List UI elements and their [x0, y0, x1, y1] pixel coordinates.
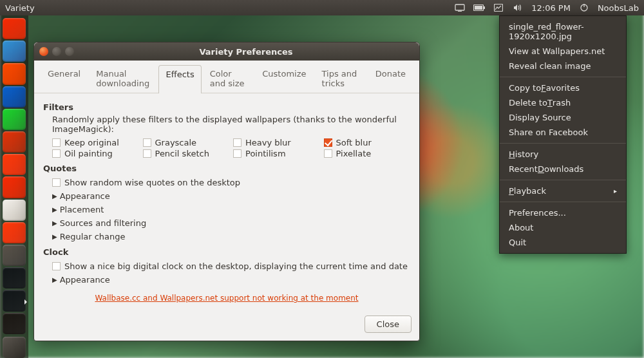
launcher-amazon[interactable] — [3, 200, 26, 221]
filter-grayscale[interactable]: Grayscale — [143, 138, 230, 147]
menu-reveal-clean-image[interactable]: Reveal clean image — [500, 59, 626, 73]
tab-color-and-size[interactable]: Color and size — [203, 64, 254, 93]
launcher-variety[interactable] — [3, 290, 26, 311]
filter-soft-blur[interactable]: Soft blur — [324, 138, 411, 147]
clock-checkbox-label: Show a nice big digital clock on the des… — [64, 261, 408, 271]
tab-tips-and-tricks[interactable]: Tips and tricks — [315, 64, 367, 93]
launcher-workspace[interactable] — [3, 313, 26, 334]
menu-playback[interactable]: Playback — [500, 184, 626, 198]
app-menu-title[interactable]: Variety — [5, 3, 35, 13]
username[interactable]: NoobsLab — [598, 3, 639, 13]
filter-heavy-blur[interactable]: Heavy blur — [233, 138, 320, 147]
filters-heading: Filters — [43, 102, 410, 112]
menu-history[interactable]: History — [500, 147, 626, 162]
svg-rect-7 — [583, 4, 584, 7]
filter-pointilism[interactable]: Pointilism — [233, 149, 320, 158]
launcher-files[interactable] — [3, 41, 26, 62]
tab-bar: GeneralManual downloadingEffectsColor an… — [34, 61, 419, 93]
filter-oil-painting[interactable]: Oil painting — [52, 149, 139, 158]
close-button[interactable]: Close — [365, 316, 412, 333]
menu-view-at-wallpapers-net[interactable]: View at Wallpapers.net — [500, 44, 626, 59]
preferences-window: Variety Preferences GeneralManual downlo… — [33, 42, 420, 341]
svg-rect-3 — [475, 6, 482, 10]
menu-separator — [500, 77, 626, 77]
minimize-icon[interactable] — [52, 47, 61, 56]
menu-delete-to-trash[interactable]: Delete to Trash — [500, 95, 626, 110]
chevron-right-icon: ▶ — [52, 220, 57, 227]
svg-rect-4 — [484, 6, 485, 9]
quotes-heading: Quotes — [43, 164, 410, 173]
quotes-expander-regular-change[interactable]: ▶Regular change — [52, 230, 410, 243]
launcher-ubuntu-one[interactable] — [3, 176, 26, 198]
window-title: Variety Preferences — [78, 47, 414, 57]
launcher-dash[interactable] — [3, 18, 26, 39]
launcher-trash[interactable] — [3, 337, 26, 358]
launcher-update[interactable] — [3, 222, 26, 243]
svg-rect-0 — [455, 5, 464, 10]
close-icon[interactable] — [39, 47, 48, 56]
session-icon[interactable] — [578, 3, 590, 12]
chevron-right-icon: ▶ — [52, 206, 57, 213]
quotes-expander-sources-and-filtering[interactable]: ▶Sources and filtering — [52, 216, 410, 230]
launcher — [0, 15, 28, 358]
chevron-right-icon: ▶ — [52, 233, 57, 240]
menu-copy-to-favorites[interactable]: Copy to Favorites — [500, 80, 626, 95]
tab-effects[interactable]: Effects — [158, 65, 201, 93]
filters-hint: Randomly apply these filters to the disp… — [52, 115, 410, 134]
chevron-right-icon: ▶ — [52, 193, 57, 200]
tab-donate[interactable]: Donate — [368, 64, 413, 93]
variety-indicator-icon[interactable] — [493, 3, 504, 12]
clock-checkbox[interactable]: Show a nice big digital clock on the des… — [52, 261, 408, 271]
launcher-terminal[interactable] — [3, 267, 26, 288]
quotes-checkbox[interactable]: Show random wise quotes on the desktop — [52, 178, 240, 187]
clock-expander-appearance[interactable]: ▶Appearance — [52, 273, 410, 287]
launcher-software-center[interactable] — [3, 154, 26, 175]
titlebar[interactable]: Variety Preferences — [34, 42, 419, 61]
menu-display-source[interactable]: Display Source — [500, 110, 626, 125]
tab-general[interactable]: General — [41, 64, 88, 93]
menu-preferences[interactable]: Preferences... — [500, 205, 626, 220]
menu-recent-downloads[interactable]: Recent Downloads — [500, 162, 626, 176]
menu-share-on-facebook[interactable]: Share on Facebook — [500, 125, 626, 140]
menu-about[interactable]: About — [500, 220, 626, 235]
quotes-expander-appearance[interactable]: ▶Appearance — [52, 189, 410, 203]
menu-separator — [500, 143, 626, 144]
svg-rect-5 — [495, 5, 503, 12]
volume-icon[interactable] — [512, 3, 524, 12]
filter-pencil-sketch[interactable]: Pencil sketch — [143, 149, 230, 158]
menu-single-red-flower-1920x1200-jpg[interactable]: single_red_flower-1920x1200.jpg — [500, 19, 626, 44]
menu-separator — [500, 202, 626, 202]
indicator-menu: single_red_flower-1920x1200.jpgView at W… — [499, 15, 627, 254]
launcher-libreoffice-writer[interactable] — [3, 86, 26, 108]
battery-icon[interactable] — [473, 3, 485, 12]
warning-link[interactable]: Wallbase.cc and Wallpapers.net support n… — [95, 294, 358, 303]
quotes-expander-placement[interactable]: ▶Placement — [52, 203, 410, 216]
menu-separator — [500, 180, 626, 180]
clock[interactable]: 12:06 PM — [531, 3, 571, 13]
launcher-libreoffice-calc[interactable] — [3, 109, 26, 130]
filter-pixellate[interactable]: Pixellate — [324, 149, 411, 158]
chevron-right-icon: ▶ — [52, 276, 57, 283]
menubar: Variety 12:06 PM NoobsLab — [0, 0, 644, 15]
launcher-settings[interactable] — [3, 245, 26, 266]
launcher-firefox[interactable] — [3, 63, 26, 84]
filter-keep-original[interactable]: Keep original — [52, 138, 139, 147]
launcher-libreoffice-impress[interactable] — [3, 131, 26, 153]
tab-customize[interactable]: Customize — [255, 64, 313, 93]
display-icon[interactable] — [454, 3, 466, 12]
svg-rect-1 — [458, 11, 462, 12]
quotes-checkbox-label: Show random wise quotes on the desktop — [64, 178, 240, 187]
clock-heading: Clock — [43, 247, 410, 257]
tab-manual-downloading[interactable]: Manual downloading — [89, 64, 157, 93]
maximize-icon[interactable] — [65, 47, 74, 56]
menu-quit[interactable]: Quit — [500, 235, 626, 250]
